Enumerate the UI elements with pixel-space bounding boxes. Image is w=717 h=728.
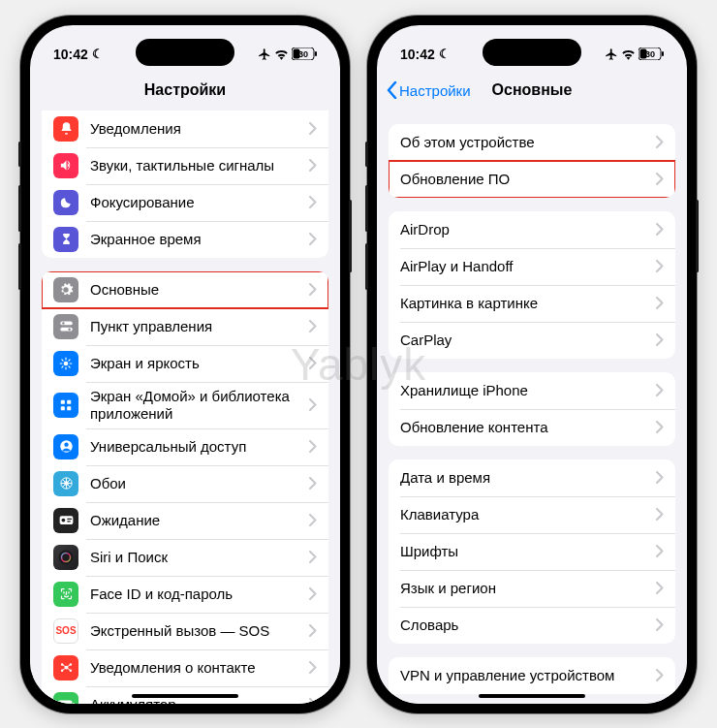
sun-icon [53,351,78,376]
chevron-right-icon [309,159,317,172]
svg-rect-3 [315,51,317,56]
chevron-right-icon [309,357,317,369]
settings-group: AirDropAirPlay и HandoffКартинка в карти… [389,211,675,359]
faceid-icon [53,582,78,607]
chevron-right-icon [309,477,317,490]
settings-row[interactable]: Фокусирование [42,184,328,221]
siri-icon [53,545,78,570]
settings-group: Хранилище iPhoneОбновление контента [389,372,675,446]
row-label: Уведомления о контакте [90,659,303,677]
row-label: AirPlay и Handoff [400,258,650,275]
row-label: Экранное время [90,231,303,248]
grid-icon [53,393,78,418]
row-label: Шрифты [400,543,650,560]
settings-row[interactable]: Основные [42,271,328,308]
svg-text:30: 30 [645,49,655,59]
settings-row[interactable]: Siri и Поиск [42,539,328,576]
back-label: Настройки [399,82,471,99]
settings-row[interactable]: Обои [42,465,328,502]
dnd-moon-icon: ☾ [92,47,104,61]
chevron-right-icon [309,283,317,296]
chevron-right-icon [309,233,317,245]
row-label: Экстренный вызов — SOS [90,622,303,640]
chevron-right-icon [656,223,664,236]
svg-point-14 [64,442,68,446]
home-indicator[interactable] [132,694,238,698]
chevron-right-icon [309,661,317,674]
standby-icon [53,508,78,533]
settings-row[interactable]: Экранное время [42,221,328,258]
row-label: Об этом устройстве [400,134,650,151]
chevron-right-icon [656,333,664,346]
settings-row[interactable]: Звуки, тактильные сигналы [42,147,328,184]
settings-group: Дата и времяКлавиатураШрифтыЯзык и регио… [389,459,675,644]
chevron-right-icon [309,320,317,332]
svg-rect-28 [58,700,72,704]
row-label: Пункт управления [90,318,303,335]
airplane-icon [258,47,271,61]
chevron-right-icon [309,514,317,526]
settings-row[interactable]: Клавиатура [389,496,675,533]
svg-rect-20 [67,521,71,522]
nav-header: Настройки [30,72,340,111]
general-list[interactable]: Об этом устройствеОбновление ПОAirDropAi… [377,111,687,704]
settings-row[interactable]: Обновление контента [389,409,675,446]
chevron-right-icon [309,587,317,600]
settings-row[interactable]: Дата и время [389,459,675,496]
airplane-icon [605,47,618,61]
footer-text: Правовая информация [400,702,664,704]
status-time: 10:42 [53,47,88,62]
chevron-right-icon [309,551,317,563]
chevron-right-icon [656,173,664,185]
settings-row[interactable]: Хранилище iPhone [389,372,675,409]
svg-rect-29 [73,703,75,704]
settings-row[interactable]: Об этом устройстве [389,124,675,161]
row-label: Ожидание [90,512,303,529]
chevron-right-icon [309,196,317,208]
svg-rect-33 [662,51,664,56]
settings-row[interactable]: AirDrop [389,211,675,248]
settings-row[interactable]: Пункт управления [42,308,328,345]
row-label: Звуки, тактильные сигналы [90,157,303,174]
settings-row[interactable]: Универсальный доступ [42,428,328,465]
settings-row[interactable]: Ожидание [42,502,328,539]
row-label: Экран «Домой» и библиотека приложений [90,388,303,423]
row-label: Обновление контента [400,419,650,436]
dynamic-island [483,39,581,66]
settings-row[interactable]: Обновление ПО [389,161,675,198]
settings-row[interactable]: CarPlay [389,322,675,359]
settings-row[interactable]: Экран и яркость [42,345,328,382]
svg-rect-9 [61,399,65,403]
back-button[interactable]: Настройки [387,81,471,99]
settings-row[interactable]: Язык и регион [389,570,675,607]
settings-row[interactable]: Словарь [389,607,675,644]
dynamic-island [136,39,234,66]
wifi-icon [274,48,289,60]
settings-row[interactable]: AirPlay и Handoff [389,248,675,285]
settings-row[interactable]: SOSЭкстренный вызов — SOS [42,613,328,649]
row-label: Фокусирование [90,194,303,211]
chevron-right-icon [656,618,664,631]
chevron-right-icon [656,582,664,594]
settings-row[interactable]: Картинка в картинке [389,285,675,322]
settings-row[interactable]: Уведомления о контакте [42,649,328,686]
chevron-right-icon [656,260,664,272]
home-indicator[interactable] [479,694,585,698]
moon-icon [53,190,78,215]
dnd-moon-icon: ☾ [439,47,451,61]
settings-row[interactable]: Шрифты [389,533,675,570]
settings-row[interactable]: VPN и управление устройством [389,657,675,694]
settings-row[interactable]: Экран «Домой» и библиотека приложений [42,382,328,428]
row-label: Обновление ПО [400,171,650,188]
settings-group: VPN и управление устройством [389,657,675,694]
svg-rect-10 [67,399,71,403]
chevron-right-icon [656,669,664,681]
chevron-right-icon [656,384,664,396]
chevron-right-icon [309,440,317,453]
svg-point-6 [62,322,65,325]
row-label: Siri и Поиск [90,549,303,566]
settings-row[interactable]: Face ID и код-пароль [42,576,328,613]
settings-list[interactable]: УведомленияЗвуки, тактильные сигналыФоку… [30,111,340,704]
phone-left: 10:42 ☾ 30 Настройки УведомленияЗвуки, т… [20,16,350,713]
settings-row[interactable]: Уведомления [42,111,328,147]
